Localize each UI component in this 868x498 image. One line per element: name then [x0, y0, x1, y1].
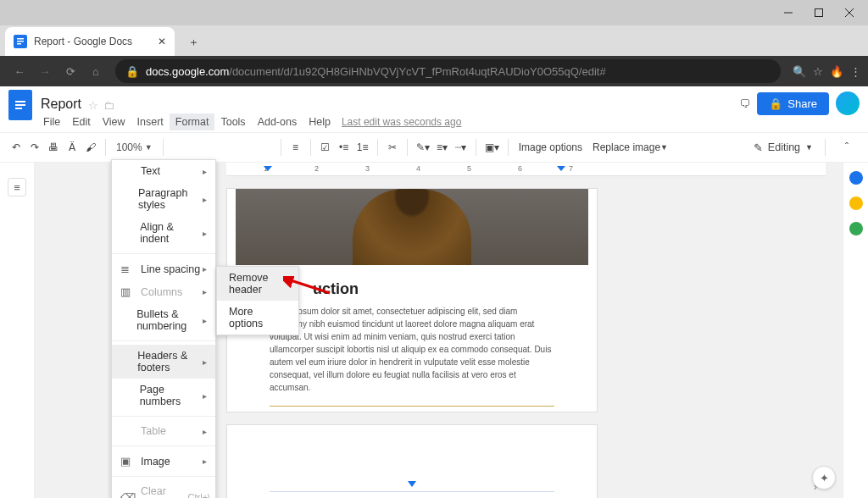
- docs-toolbar: ↶ ↷ 🖶 Ӓ 🖌 100%▼ ≡ ☑ •≡ 1≡ ✂ ✎▾ ≡▾ ┈▾ ▣▾ …: [0, 132, 868, 163]
- indent-marker-left[interactable]: [264, 166, 272, 171]
- menu-view[interactable]: View: [97, 113, 131, 130]
- window-minimize-button[interactable]: [773, 2, 804, 24]
- docs-favicon: [14, 35, 27, 48]
- pencil-icon: ✎: [754, 141, 763, 154]
- back-button[interactable]: ←: [7, 58, 32, 84]
- header-boundary-marker[interactable]: [408, 481, 416, 487]
- keep-addon-icon[interactable]: [849, 196, 863, 210]
- image-position-button[interactable]: ▣▾: [481, 137, 503, 158]
- paint-format-button[interactable]: 🖌: [81, 137, 100, 158]
- replace-image-button[interactable]: Replace image ▼: [587, 137, 673, 158]
- remove-header-menuitem[interactable]: Remove header: [217, 267, 298, 301]
- checklist-button[interactable]: ☑: [316, 137, 335, 158]
- crop-button[interactable]: ✂: [383, 137, 402, 158]
- align-left-button[interactable]: ≡: [287, 137, 305, 158]
- menu-tools[interactable]: Tools: [214, 113, 251, 130]
- more-options-menuitem[interactable]: More options: [217, 301, 298, 335]
- format-menu-item[interactable]: Headers & footers▸: [112, 345, 215, 379]
- extension-icon[interactable]: 🔥: [830, 65, 843, 78]
- print-button[interactable]: 🖶: [44, 137, 63, 158]
- border-color-button[interactable]: ✎▾: [413, 137, 433, 158]
- format-menu-item[interactable]: Paragraph styles▸: [112, 182, 215, 216]
- line-icon: ≣: [120, 263, 134, 275]
- new-tab-button[interactable]: ＋: [180, 29, 207, 56]
- columns-icon: ▥: [120, 285, 134, 298]
- submenu-arrow-icon: ▸: [203, 357, 207, 367]
- window-close-button[interactable]: [834, 2, 865, 24]
- window-titlebar: [0, 0, 868, 25]
- submenu-arrow-icon: ▸: [203, 427, 207, 436]
- calendar-addon-icon[interactable]: [849, 171, 863, 185]
- document-page[interactable]: Header ▭ ▭ ▭ Options ▾ Lorem ipsum Lorem…: [226, 424, 598, 498]
- star-icon[interactable]: ☆: [88, 99, 98, 112]
- format-menu-dropdown: Text▸Paragraph styles▸Align & indent▸≣Li…: [111, 159, 216, 498]
- submenu-arrow-icon: ▸: [203, 316, 207, 325]
- docs-logo-icon[interactable]: [8, 90, 32, 120]
- tab-close-icon[interactable]: ✕: [158, 36, 166, 47]
- svg-rect-5: [17, 41, 24, 42]
- left-gutter: ≡: [0, 163, 34, 498]
- format-menu-item[interactable]: ≣Line spacing▸: [112, 257, 215, 280]
- border-style-button[interactable]: ┈▾: [452, 137, 470, 158]
- last-edit-link[interactable]: Last edit was seconds ago: [342, 116, 461, 128]
- image-options-button[interactable]: Image options: [514, 137, 587, 158]
- format-menu-item[interactable]: Page numbers▸: [112, 379, 215, 412]
- document-heading[interactable]: Introduction: [270, 280, 554, 298]
- svg-rect-8: [15, 104, 25, 106]
- format-menu-item[interactable]: ▥Columns▸: [112, 280, 215, 303]
- format-menu-item[interactable]: Align & indent▸: [112, 216, 215, 250]
- browser-menu-icon[interactable]: ⋮: [850, 65, 861, 78]
- menu-addons[interactable]: Add-ons: [252, 113, 303, 130]
- explore-button[interactable]: ✦: [812, 466, 836, 490]
- url-input[interactable]: 🔒 docs.google.com/document/d/1u92QH8GiHN…: [115, 59, 781, 83]
- menu-help[interactable]: Help: [303, 113, 337, 130]
- account-avatar[interactable]: [836, 91, 860, 115]
- move-folder-icon[interactable]: 🗀: [103, 99, 114, 112]
- reload-button[interactable]: ⟳: [58, 58, 83, 84]
- forward-button[interactable]: →: [32, 58, 58, 84]
- document-title-input[interactable]: Report: [41, 97, 81, 112]
- numbered-list-button[interactable]: 1≡: [353, 137, 372, 158]
- url-host: docs.google.com: [146, 65, 229, 78]
- spellcheck-button[interactable]: Ӓ: [63, 137, 81, 158]
- inserted-image[interactable]: [236, 189, 588, 265]
- undo-button[interactable]: ↶: [7, 137, 25, 158]
- headers-footers-submenu: Remove header More options: [216, 266, 299, 335]
- editing-mode-button[interactable]: ✎Editing▼: [754, 141, 813, 154]
- browser-tab[interactable]: Report - Google Docs ✕: [5, 27, 175, 56]
- menu-format[interactable]: Format: [170, 113, 215, 130]
- collapse-toolbar-button[interactable]: ˆ: [837, 137, 856, 158]
- format-menu-item[interactable]: Text▸: [112, 160, 215, 182]
- tasks-addon-icon[interactable]: [849, 222, 863, 235]
- bulleted-list-button[interactable]: •≡: [335, 137, 353, 158]
- menu-edit[interactable]: Edit: [66, 113, 97, 130]
- ruler-tick: 2: [314, 164, 319, 173]
- svg-rect-4: [17, 38, 24, 40]
- ruler-tick: 5: [467, 164, 471, 173]
- window-maximize-button[interactable]: [804, 2, 834, 24]
- share-button[interactable]: 🔒Share: [757, 92, 829, 115]
- home-button[interactable]: ⌂: [83, 58, 108, 84]
- format-menu-item[interactable]: Bullets & numbering▸: [112, 303, 215, 337]
- format-menu-item[interactable]: Table▸: [112, 420, 215, 442]
- zoom-select[interactable]: 100%▼: [111, 141, 158, 153]
- indent-marker-right[interactable]: [557, 166, 565, 171]
- bookmark-star-icon[interactable]: ☆: [813, 65, 823, 78]
- menu-file[interactable]: File: [37, 113, 66, 130]
- url-path: /document/d/1u92QH8GiHNbVQVjYcVT_fPmRot4…: [229, 65, 605, 78]
- outline-toggle-button[interactable]: ≡: [8, 178, 26, 196]
- lock-icon: 🔒: [769, 97, 782, 110]
- docs-menubar: File Edit View Insert Format Tools Add-o…: [0, 112, 868, 132]
- format-menu-item[interactable]: ⌫Clear formattingCtrl+\: [112, 480, 215, 498]
- document-body-text[interactable]: Lorem ipsum dolor sit amet, consectetuer…: [270, 305, 554, 394]
- submenu-arrow-icon: ▸: [203, 287, 207, 296]
- browser-address-bar: ← → ⟳ ⌂ 🔒 docs.google.com/document/d/1u9…: [0, 56, 868, 86]
- comment-history-icon[interactable]: 🗨: [739, 97, 750, 110]
- border-weight-button[interactable]: ≡▾: [433, 137, 452, 158]
- lens-icon[interactable]: 🔍: [793, 65, 806, 78]
- submenu-arrow-icon: ▸: [203, 229, 207, 238]
- menu-insert[interactable]: Insert: [131, 113, 170, 130]
- redo-button[interactable]: ↷: [25, 137, 44, 158]
- horizontal-ruler[interactable]: 1 2 3 4 5 6 7: [226, 163, 826, 176]
- format-menu-item[interactable]: ▣Image▸: [112, 450, 215, 473]
